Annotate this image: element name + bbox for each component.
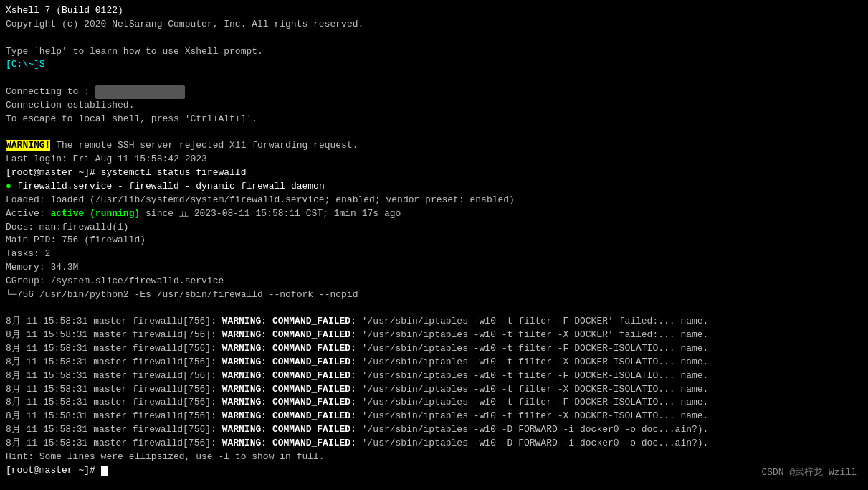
cursor: [101, 466, 108, 476]
connecting-line: Connecting to :: [6, 85, 862, 99]
memory-line: Memory: 34.3M: [6, 261, 862, 275]
active-status: active (running): [50, 208, 140, 219]
log-line: 8月 11 15:58:31 master firewalld[756]: WA…: [6, 342, 862, 356]
copyright-line: Copyright (c) 2020 NetSarang Computer, I…: [6, 18, 862, 32]
active-line: Active: active (running) since 五 2023-08…: [6, 207, 862, 221]
log-line: 8月 11 15:58:31 master firewalld[756]: WA…: [6, 410, 862, 423]
log-line: 8月 11 15:58:31 master firewalld[756]: WA…: [6, 329, 862, 342]
mainpid-line: Main PID: 756 (firewalld): [6, 234, 862, 248]
blank2: [6, 72, 862, 85]
log-line: 8月 11 15:58:31 master firewalld[756]: WA…: [6, 315, 862, 329]
log-container: 8月 11 15:58:31 master firewalld[756]: WA…: [6, 315, 862, 450]
last-login-line: Last login: Fri Aug 11 15:58:42 2023: [6, 153, 862, 166]
log-line: 8月 11 15:58:31 master firewalld[756]: WA…: [6, 356, 862, 369]
help-hint-line: Type `help' to learn how to use Xshell p…: [6, 45, 862, 59]
blank4: [6, 302, 862, 316]
conn-established-line: Connection established.: [6, 99, 862, 113]
hint-line: Hint: Some lines were ellipsized, use -l…: [6, 451, 862, 464]
service-dot-line: ● firewalld.service - firewalld - dynami…: [6, 180, 862, 194]
warning-badge: WARNING!: [6, 140, 50, 151]
blank1: [6, 32, 862, 45]
terminal-window: Xshell 7 (Build 0122) Copyright (c) 2020…: [6, 4, 862, 486]
warning-line: WARNING! The remote SSH server rejected …: [6, 139, 862, 153]
log-line: 8月 11 15:58:31 master firewalld[756]: WA…: [6, 437, 862, 451]
log-line: 8月 11 15:58:31 master firewalld[756]: WA…: [6, 423, 862, 437]
watermark: CSDN @武梓龙_Wzill: [761, 466, 857, 480]
loaded-line: Loaded: loaded (/usr/lib/systemd/system/…: [6, 194, 862, 207]
command-line: [root@master ~]# systemctl status firewa…: [6, 166, 862, 180]
escape-hint-line: To escape to local shell, press 'Ctrl+Al…: [6, 113, 862, 126]
tasks-line: Tasks: 2: [6, 248, 862, 261]
log-line: 8月 11 15:58:31 master firewalld[756]: WA…: [6, 383, 862, 397]
tree-line: └─756 /usr/bin/python2 -Es /usr/sbin/fir…: [6, 288, 862, 302]
blurred-ip: [95, 85, 185, 99]
cgroup-line: CGroup: /system.slice/firewalld.service: [6, 275, 862, 288]
prompt1-line: [C:\~]$: [6, 58, 862, 72]
log-line: 8月 11 15:58:31 master firewalld[756]: WA…: [6, 396, 862, 410]
log-line: 8月 11 15:58:31 master firewalld[756]: WA…: [6, 369, 862, 383]
blank3: [6, 126, 862, 140]
title-line: Xshell 7 (Build 0122): [6, 4, 862, 18]
docs-line: Docs: man:firewalld(1): [6, 221, 862, 235]
prompt3-line: [root@master ~]#: [6, 464, 862, 478]
